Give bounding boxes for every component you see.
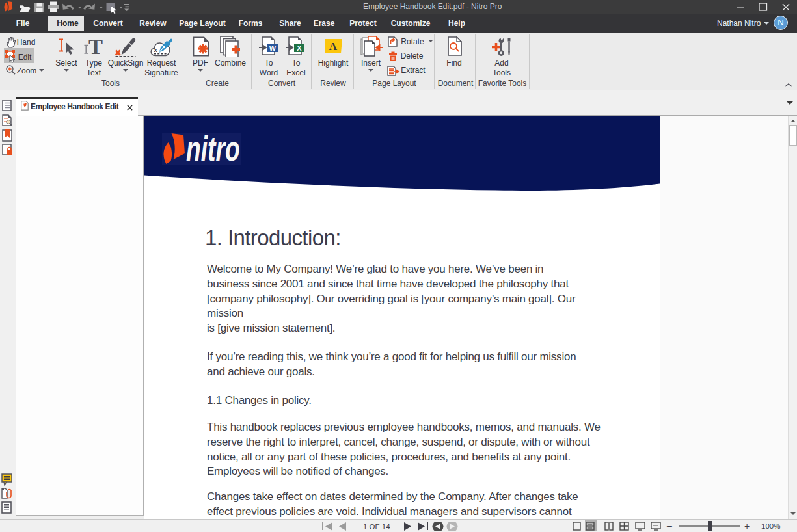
svg-text:W: W [269,44,277,52]
svg-text:x: x [154,46,158,53]
svg-text:A: A [329,40,338,53]
svg-text:T: T [88,36,103,55]
svg-text:X: X [297,44,302,52]
svg-text:nitro: nitro [186,130,240,164]
svg-text:1 OF 14: 1 OF 14 [363,523,390,531]
